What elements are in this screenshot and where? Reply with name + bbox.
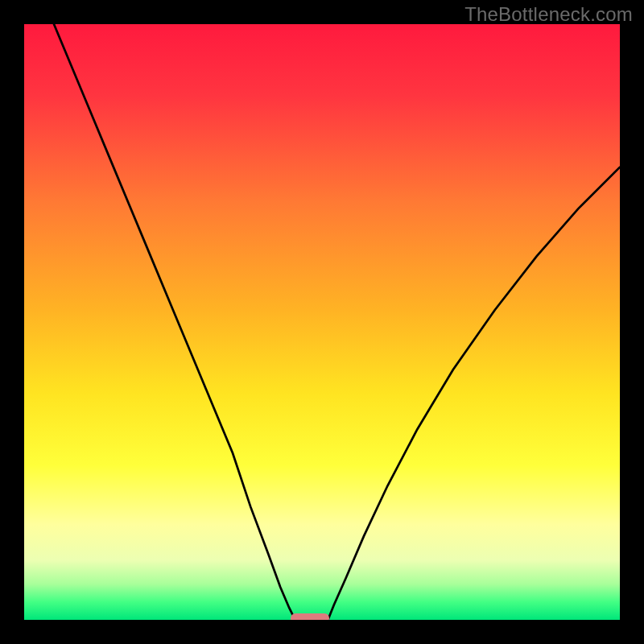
bottleneck-marker — [291, 613, 329, 620]
plot-area — [24, 24, 620, 620]
curves-layer — [24, 24, 620, 620]
watermark-text: TheBottleneck.com — [464, 3, 633, 26]
right-curve — [328, 167, 620, 620]
left-curve — [54, 24, 295, 620]
chart-frame: TheBottleneck.com — [0, 0, 644, 644]
